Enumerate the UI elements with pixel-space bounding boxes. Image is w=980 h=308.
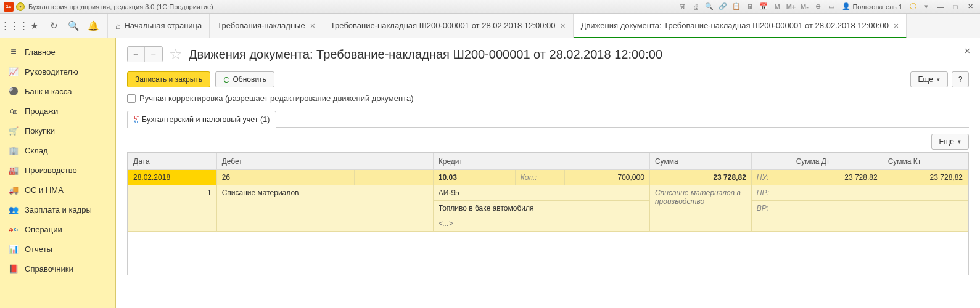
tab-requirement-doc[interactable]: Требование-накладная Ш200-000001 от 28.0… xyxy=(323,14,574,38)
sidebar-item-bank[interactable]: Банк и касса xyxy=(0,81,115,101)
cell-sum: 23 728,82 xyxy=(649,170,751,185)
tab-requirements-list[interactable]: Требования-накладные × xyxy=(210,14,323,38)
cell-date: 28.02.2018 xyxy=(128,170,217,185)
print-icon[interactable]: 🖨 xyxy=(690,2,701,12)
sidebar-item-references[interactable]: Справочники xyxy=(0,259,115,278)
sidebar-item-operations[interactable]: ДтКтОперации xyxy=(0,219,115,239)
link-icon[interactable]: 🔗 xyxy=(717,2,728,12)
cell-nu-label: НУ: xyxy=(751,170,791,185)
tab-close-icon[interactable]: × xyxy=(560,21,565,31)
trend-icon xyxy=(9,67,19,76)
app-menu-dropdown-icon[interactable]: ▾ xyxy=(16,2,25,11)
memory-mminus-button[interactable]: M- xyxy=(799,2,810,12)
tab-accounting[interactable]: ДтКт Бухгалтерский и налоговый учет (1) xyxy=(127,111,276,128)
top-tab-bar: ⋮⋮⋮ ★ ↻ 🔍 🔔 Начальная страница Требовани… xyxy=(0,14,980,38)
col-sum-kt[interactable]: Сумма Кт xyxy=(883,153,968,170)
nav-forward-button[interactable]: → xyxy=(145,47,162,62)
manual-edit-checkbox[interactable] xyxy=(127,94,136,103)
btn-label: ? xyxy=(958,75,963,84)
user-label: Пользователь 1 xyxy=(852,3,902,10)
sidebar-label: Производство xyxy=(25,166,77,175)
table-row[interactable]: 1 Списание материалов АИ-95 Списание мат… xyxy=(128,185,968,201)
sidebar-item-main[interactable]: Главное xyxy=(0,42,115,62)
favorite-star-icon[interactable]: ☆ xyxy=(169,46,183,63)
col-date[interactable]: Дата xyxy=(128,153,217,170)
sidebar-label: Зарплата и кадры xyxy=(25,205,92,214)
window-minimize-button[interactable]: — xyxy=(934,2,947,12)
sidebar-item-manager[interactable]: Руководителю xyxy=(0,62,115,81)
col-credit[interactable]: Кредит xyxy=(433,153,649,170)
save-icon[interactable]: 🖫 xyxy=(677,2,688,12)
sidebar-item-production[interactable]: Производство xyxy=(0,160,115,180)
save-and-close-button[interactable]: Записать и закрыть xyxy=(127,71,210,87)
tab-label: Бухгалтерский и налоговый учет (1) xyxy=(142,115,270,124)
btn-label: Записать и закрыть xyxy=(135,75,202,84)
info-icon[interactable]: ⓘ xyxy=(907,2,918,12)
window-title: Бухгалтерия предприятия, редакция 3.0 (1… xyxy=(28,3,213,10)
col-sum[interactable]: Сумма xyxy=(649,153,751,170)
box-icon xyxy=(9,145,19,155)
cell xyxy=(355,170,434,185)
tab-close-icon[interactable]: × xyxy=(310,21,315,31)
calendar-icon[interactable]: 📅 xyxy=(758,2,769,12)
nav-back-button[interactable]: ← xyxy=(128,47,145,62)
sidebar-item-sales[interactable]: Продажи xyxy=(0,101,115,121)
grid-empty-area xyxy=(128,232,968,275)
window-close-button[interactable]: ✕ xyxy=(964,2,976,12)
copy-icon[interactable]: 📋 xyxy=(731,2,742,12)
panel-icon[interactable]: ▭ xyxy=(826,2,837,12)
sidebar-item-warehouse[interactable]: Склад xyxy=(0,140,115,160)
cell xyxy=(883,185,968,201)
sidebar-label: Продажи xyxy=(25,107,58,116)
favorites-star-icon[interactable]: ★ xyxy=(28,20,39,31)
close-page-button[interactable]: × xyxy=(965,46,970,57)
page-toolbar: Записать и закрыть СОбновить Еще ? xyxy=(127,71,969,87)
bars-icon xyxy=(9,47,19,57)
sidebar-item-payroll[interactable]: Зарплата и кадры xyxy=(0,200,115,219)
user-icon: 👤 xyxy=(842,2,850,10)
table-row[interactable]: 28.02.2018 26 10.03 Кол.: 700,000 23 728… xyxy=(128,170,968,185)
apps-grid-icon[interactable]: ⋮⋮⋮ xyxy=(9,20,20,31)
info-dropdown-icon[interactable]: ▾ xyxy=(921,2,932,12)
history-icon[interactable]: ↻ xyxy=(48,20,59,31)
sidebar-item-purchases[interactable]: Покупки xyxy=(0,121,115,140)
sidebar-label: Банк и касса xyxy=(25,87,72,96)
cell xyxy=(791,216,883,232)
cell xyxy=(791,185,883,201)
sidebar-item-assets[interactable]: ОС и НМА xyxy=(0,180,115,200)
cell xyxy=(751,216,791,232)
col-debit[interactable]: Дебет xyxy=(216,153,433,170)
user-menu[interactable]: 👤 Пользователь 1 xyxy=(839,2,905,10)
window-maximize-button[interactable]: □ xyxy=(949,2,961,12)
bag-icon xyxy=(9,106,19,116)
tab-label: Требования-накладные xyxy=(217,21,305,30)
checkbox-label: Ручная корректировка (разрешает редактир… xyxy=(139,94,414,103)
help-button[interactable]: ? xyxy=(952,71,969,87)
tab-home[interactable]: Начальная страница xyxy=(108,14,210,38)
cell-credit-item: АИ-95 xyxy=(433,185,649,201)
document-tabs: ДтКт Бухгалтерский и налоговый учет (1) xyxy=(127,110,969,128)
preview-icon[interactable]: 🔍 xyxy=(704,2,715,12)
cell xyxy=(883,216,968,232)
memory-mplus-button[interactable]: M+ xyxy=(785,2,796,12)
cell-sum-dt: 23 728,82 xyxy=(791,170,883,185)
cell-row-num: 1 xyxy=(128,185,217,232)
more-button[interactable]: Еще xyxy=(910,71,948,87)
calculator-icon[interactable]: 🖩 xyxy=(744,2,756,12)
cell-credit-acc: 10.03 xyxy=(433,170,515,185)
search-icon[interactable]: 🔍 xyxy=(68,20,79,31)
table-more-button[interactable]: Еще xyxy=(931,134,969,150)
sidebar-item-reports[interactable]: Отчеты xyxy=(0,239,115,259)
sidebar-label: Покупки xyxy=(25,126,55,136)
book-icon xyxy=(9,264,19,274)
zoom-icon[interactable]: ⊕ xyxy=(812,2,823,12)
refresh-button[interactable]: СОбновить xyxy=(215,71,274,87)
cell-credit-more: <...> xyxy=(433,216,649,232)
tab-close-icon[interactable]: × xyxy=(894,21,899,31)
col-sum-dt[interactable]: Сумма Дт xyxy=(791,153,883,170)
notifications-bell-icon[interactable]: 🔔 xyxy=(88,20,99,31)
memory-m-button[interactable]: M xyxy=(772,2,783,12)
tab-document-movements[interactable]: Движения документа: Требование-накладная… xyxy=(574,14,907,38)
cell xyxy=(791,201,883,216)
sidebar-label: ОС и НМА xyxy=(25,185,64,195)
